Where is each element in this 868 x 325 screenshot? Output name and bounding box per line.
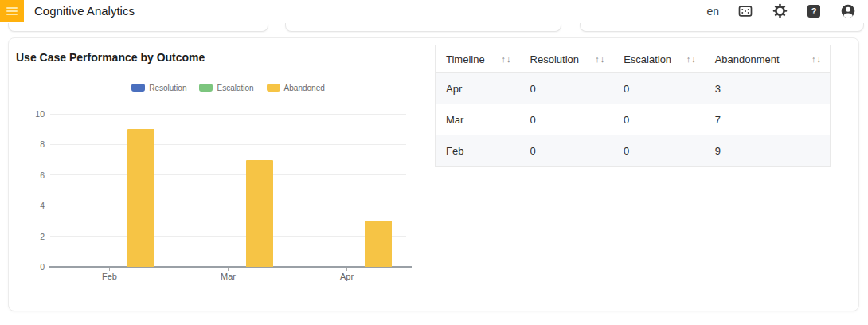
table-cell: 0 (613, 145, 705, 157)
gridline (50, 144, 406, 145)
legend-item-resolution[interactable]: Resolution (131, 84, 186, 92)
account-icon[interactable] (840, 3, 856, 19)
collapsed-filter-panel-1[interactable] (8, 23, 268, 32)
legend-swatch (267, 84, 280, 92)
legend-swatch (199, 84, 213, 92)
table-body: Apr003Mar007Feb009 (436, 73, 830, 166)
legend-label: Resolution (149, 84, 186, 92)
top-app-bar: Cognitive Analytics en (0, 0, 868, 22)
table-cell: 9 (705, 145, 830, 157)
y-axis-tick-label: 4 (14, 201, 45, 210)
chart-legend: ResolutionEscalationAbandoned (50, 82, 406, 93)
table-cell: Mar (436, 114, 520, 126)
topbar-actions: en (706, 3, 856, 19)
y-axis-tick-label: 10 (14, 109, 45, 119)
table-cell: 0 (613, 114, 705, 126)
help-icon[interactable]: ? (806, 3, 822, 19)
table-row-mar[interactable]: Mar007 (436, 104, 830, 135)
legend-item-escalation[interactable]: Escalation (199, 84, 253, 92)
table-cell: 0 (520, 145, 614, 157)
card-title: Use Case Performance by Outcome (16, 51, 205, 64)
x-axis-tick-label: Mar (197, 272, 260, 281)
collapsed-filter-panel-3[interactable] (580, 23, 864, 32)
bar-abandoned-feb[interactable] (127, 129, 154, 267)
table-row-apr[interactable]: Apr003 (436, 73, 830, 104)
column-header-label: Timeline (446, 53, 485, 65)
x-axis-line (49, 266, 412, 268)
table-cell: 3 (705, 83, 830, 95)
app-title: Cognitive Analytics (34, 4, 135, 18)
y-axis-tick-label: 8 (14, 139, 45, 149)
bar-abandoned-mar[interactable] (246, 160, 273, 267)
legend-swatch (131, 84, 145, 92)
x-axis-tick-label: Feb (78, 272, 142, 281)
table-cell: 0 (613, 83, 705, 95)
legend-label: Escalation (217, 84, 253, 92)
gridline (50, 236, 406, 237)
y-axis-tick-label: 2 (14, 232, 45, 241)
wallboard-icon[interactable] (737, 3, 753, 19)
x-axis-tick (346, 268, 347, 271)
table-header-row: Timeline↑↓Resolution↑↓Escalation↑↓Abando… (436, 45, 830, 73)
bar-chart-plot: 0246810FebMarApr (50, 114, 406, 267)
column-header-label: Abandonment (715, 53, 780, 65)
gridline (50, 174, 406, 175)
legend-label: Abandoned (284, 84, 325, 92)
column-header-label: Resolution (530, 53, 579, 65)
table-cell: 0 (520, 114, 614, 126)
column-header-label: Escalation (624, 53, 671, 65)
x-axis-tick (228, 268, 229, 271)
sort-icon[interactable]: ↑↓ (811, 54, 822, 64)
table-row-feb[interactable]: Feb009 (436, 135, 830, 166)
bar-abandoned-apr[interactable] (365, 221, 392, 267)
table-cell: Apr (436, 83, 520, 95)
table-cell: 0 (520, 83, 614, 95)
legend-item-abandoned[interactable]: Abandoned (267, 84, 325, 92)
sort-icon[interactable]: ↑↓ (686, 54, 697, 64)
gridline (50, 206, 406, 206)
column-header-resolution[interactable]: Resolution↑↓ (520, 45, 614, 72)
y-axis-tick-label: 6 (14, 170, 45, 180)
data-table: Timeline↑↓Resolution↑↓Escalation↑↓Abando… (435, 45, 831, 167)
collapsed-filter-panel-2[interactable] (285, 23, 561, 32)
column-header-abandonment[interactable]: Abandonment↑↓ (705, 45, 830, 72)
x-axis-tick-label: Apr (315, 272, 379, 281)
column-header-timeline[interactable]: Timeline↑↓ (436, 45, 520, 72)
sort-icon[interactable]: ↑↓ (502, 54, 512, 64)
sort-icon[interactable]: ↑↓ (595, 54, 605, 64)
table-cell: Feb (436, 145, 520, 157)
y-axis-tick-label: 0 (14, 262, 45, 272)
hamburger-menu-icon[interactable] (0, 0, 24, 22)
settings-gear-icon[interactable] (772, 3, 788, 19)
gridline (50, 114, 406, 115)
x-axis-tick (109, 268, 110, 271)
language-selector[interactable]: en (706, 5, 719, 18)
table-cell: 7 (705, 114, 830, 126)
column-header-escalation[interactable]: Escalation↑↓ (613, 45, 705, 72)
